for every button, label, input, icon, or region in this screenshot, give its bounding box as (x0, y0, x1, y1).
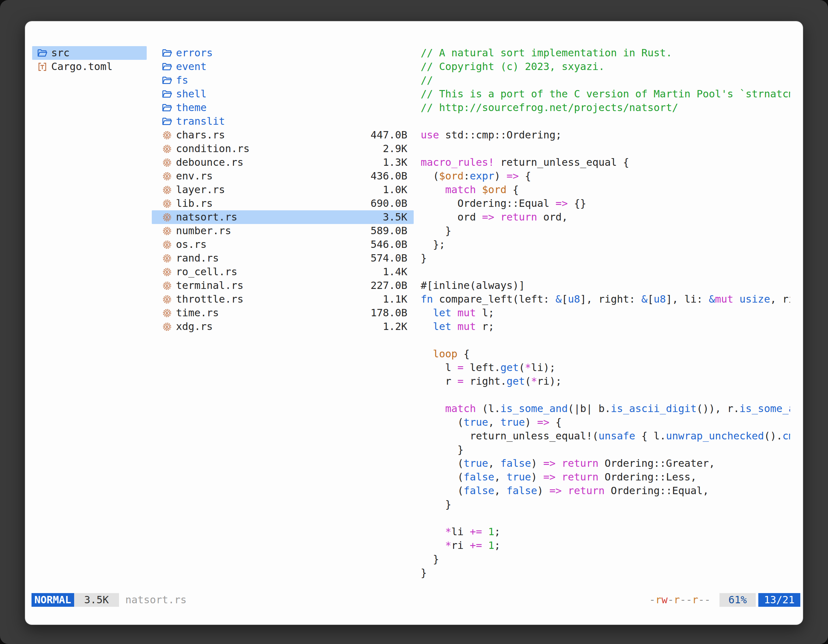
file-name: translit (176, 114, 225, 128)
svg-text:R: R (166, 311, 168, 316)
code-line: // This is a port of the C version of Ma… (421, 87, 790, 101)
status-bar: NORMAL 3.5K natsort.rs -rw-r--r-- 61% 13… (31, 593, 800, 607)
file-row-src[interactable]: src (32, 46, 147, 60)
svg-text:R: R (166, 324, 168, 329)
code-line: l = left.get(*li); (421, 361, 790, 374)
file-name: layer.rs (176, 183, 225, 197)
code-line (421, 334, 790, 347)
file-size: 1.3K (376, 155, 407, 169)
folder-icon (162, 116, 172, 127)
code-line: *li += 1; (421, 525, 790, 539)
folder-icon (162, 48, 172, 58)
file-name: number.rs (176, 224, 231, 238)
current-directory-pane[interactable]: errorseventfsshellthemetranslitRchars.rs… (152, 46, 414, 577)
svg-text:R: R (166, 284, 168, 288)
file-size: 1.4K (376, 265, 407, 279)
code-line: let mut l; (421, 306, 790, 320)
rust-icon: R (162, 253, 172, 263)
file-row-Cargo.toml[interactable]: Cargo.toml (32, 60, 147, 74)
rust-icon: R (162, 144, 172, 154)
file-name: throttle.rs (176, 292, 243, 306)
code-line: } (421, 552, 790, 566)
file-name: natsort.rs (176, 210, 237, 224)
file-row-number.rs[interactable]: Rnumber.rs589.0B (152, 224, 414, 238)
code-line: *ri += 1; (421, 539, 790, 552)
rust-icon: R (162, 158, 172, 168)
folder-icon (162, 75, 172, 86)
file-row-natsort.rs[interactable]: Rnatsort.rs3.5K (152, 210, 414, 224)
file-size: 3.5K (376, 210, 407, 224)
rust-icon: R (162, 240, 172, 250)
file-size: 1.2K (376, 320, 407, 334)
mode-badge: NORMAL (31, 593, 74, 607)
rust-icon: R (162, 199, 172, 209)
file-row-theme[interactable]: theme (152, 101, 414, 114)
code-line: r = right.get(*ri); (421, 374, 790, 388)
rust-icon: R (162, 280, 172, 291)
status-filename: natsort.rs (125, 593, 187, 607)
file-row-event[interactable]: event (152, 60, 414, 74)
code-line: #[inline(always)] (421, 279, 790, 292)
code-line: // (421, 74, 790, 87)
file-row-throttle.rs[interactable]: Rthrottle.rs1.1K (152, 292, 414, 306)
code-line: (true, true) => { (421, 415, 790, 429)
file-name: os.rs (176, 238, 207, 251)
svg-text:R: R (166, 243, 168, 247)
file-name: rand.rs (176, 251, 219, 265)
file-row-translit[interactable]: translit (152, 114, 414, 128)
file-row-fs[interactable]: fs (152, 74, 414, 87)
code-line: Ordering::Equal => {} (421, 197, 790, 210)
code-line: return_unless_equal!(unsafe { l.unwrap_u… (421, 429, 790, 443)
parent-directory-pane[interactable]: srcCargo.toml (32, 46, 147, 577)
rust-icon: R (162, 185, 172, 195)
file-name: theme (176, 101, 207, 114)
svg-text:R: R (166, 229, 168, 233)
rust-icon: R (162, 171, 172, 181)
file-size: 1.0K (376, 183, 407, 197)
rust-icon: R (162, 294, 172, 304)
file-size: 546.0B (364, 238, 407, 251)
code-line: // Copyright (c) 2023, sxyazi. (421, 60, 790, 74)
file-name: event (176, 60, 207, 74)
file-row-ro_cell.rs[interactable]: Rro_cell.rs1.4K (152, 265, 414, 279)
svg-text:R: R (166, 147, 168, 152)
file-row-debounce.rs[interactable]: Rdebounce.rs1.3K (152, 155, 414, 169)
code-line: } (421, 224, 790, 238)
file-row-errors[interactable]: errors (152, 46, 414, 60)
file-row-shell[interactable]: shell (152, 87, 414, 101)
file-row-time.rs[interactable]: Rtime.rs178.0B (152, 306, 414, 320)
file-row-terminal.rs[interactable]: Rterminal.rs227.0B (152, 279, 414, 292)
code-line: (false, false) => return Ordering::Equal… (421, 484, 790, 498)
svg-text:R: R (166, 160, 168, 165)
file-name: ro_cell.rs (176, 265, 237, 279)
svg-text:R: R (166, 133, 168, 138)
rust-icon: R (162, 322, 172, 332)
file-row-os.rs[interactable]: Ros.rs546.0B (152, 238, 414, 251)
code-line: use std::cmp::Ordering; (421, 128, 790, 142)
svg-text:R: R (166, 256, 168, 261)
file-row-env.rs[interactable]: Renv.rs436.0B (152, 169, 414, 183)
file-row-condition.rs[interactable]: Rcondition.rs2.9K (152, 142, 414, 155)
file-name: time.rs (176, 306, 219, 320)
toml-icon (37, 62, 47, 72)
file-name: src (51, 46, 70, 60)
file-row-xdg.rs[interactable]: Rxdg.rs1.2K (152, 320, 414, 334)
file-name: xdg.rs (176, 320, 213, 334)
file-size: 690.0B (364, 197, 407, 210)
file-name: errors (176, 46, 213, 60)
desktop-background: srcCargo.toml errorseventfsshellthemetra… (0, 0, 828, 644)
file-name: terminal.rs (176, 279, 243, 292)
code-line: loop { (421, 347, 790, 361)
code-line: match (l.is_some_and(|b| b.is_ascii_digi… (421, 402, 790, 415)
code-line: } (421, 251, 790, 265)
rust-icon: R (162, 267, 172, 277)
file-row-layer.rs[interactable]: Rlayer.rs1.0K (152, 183, 414, 197)
code-line: } (421, 443, 790, 457)
file-row-lib.rs[interactable]: Rlib.rs690.0B (152, 197, 414, 210)
code-line (421, 114, 790, 128)
code-line: let mut r; (421, 320, 790, 334)
file-row-rand.rs[interactable]: Rrand.rs574.0B (152, 251, 414, 265)
folder-icon (162, 103, 172, 113)
file-row-chars.rs[interactable]: Rchars.rs447.0B (152, 128, 414, 142)
svg-text:R: R (166, 297, 168, 302)
